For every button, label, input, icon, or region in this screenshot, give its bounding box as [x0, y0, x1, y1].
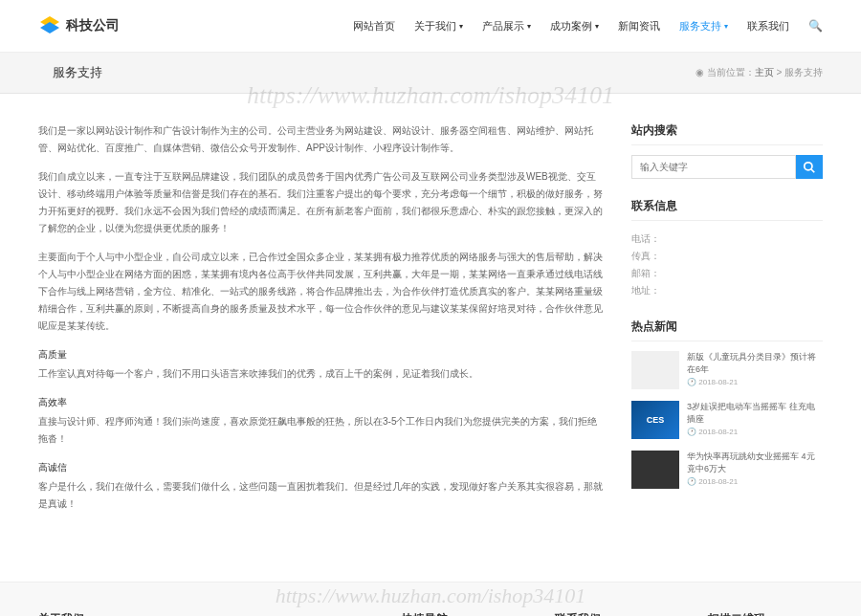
sidebar: 站内搜索 联系信息 电话： 传真： 邮箱： 地址： 热点新闻 新版《儿童玩具分类… [631, 122, 823, 524]
news-thumbnail [631, 351, 679, 389]
footer-title: 快捷导航 [402, 611, 517, 616]
contact-row: 地址： [631, 282, 823, 299]
news-title: 新版《儿童玩具分类目录》预计将在6年 [687, 351, 823, 375]
news-date: 🕐 2018-08-21 [687, 428, 823, 436]
news-date: 🕐 2018-08-21 [687, 477, 823, 486]
contact-row: 传真： [631, 248, 823, 265]
footer-about: 关于我们 某某科技局创立于2002年，总部在深圳市南山区，2010年在深交所上市… [38, 611, 364, 616]
news-item[interactable]: 新版《儿童玩具分类目录》预计将在6年🕐 2018-08-21 [631, 351, 823, 389]
sub-heading: 高质量 [38, 346, 603, 363]
news-item[interactable]: 华为快率再玩跳幼女业摇摇车 4元竟中6万大🕐 2018-08-21 [631, 451, 823, 489]
sidebar-search: 站内搜索 [631, 122, 823, 179]
sidebar-contact: 联系信息 电话： 传真： 邮箱： 地址： [631, 198, 823, 299]
paragraph: 主要面向于个人与中小型企业，自公司成立以来，已合作过全国众多企业，某某拥有极力推… [38, 249, 603, 335]
article-content: 我们是一家以网站设计制作和广告设计制作为主的公司。公司主营业务为网站建设、网站设… [38, 122, 603, 524]
nav-cases[interactable]: 成功案例▾ [550, 19, 599, 33]
sidebar-title: 站内搜索 [631, 122, 823, 145]
contact-row: 电话： [631, 231, 823, 248]
paragraph: 我们是一家以网站设计制作和广告设计制作为主的公司。公司主营业务为网站建设、网站设… [38, 122, 603, 157]
search-icon[interactable]: 🔍 [808, 19, 823, 33]
sidebar-title: 热点新闻 [631, 319, 823, 341]
logo-icon [38, 14, 61, 37]
news-thumbnail: CES [631, 401, 679, 439]
page-title: 服务支持 [38, 64, 102, 81]
breadcrumb: ◉ 当前位置：主页 > 服务支持 [695, 66, 823, 79]
paragraph: 工作室认真对待每一个客户，我们不用口头语言来吹捧我们的优秀，成百上千的案例，见证… [38, 365, 603, 383]
news-thumbnail [631, 451, 679, 489]
footer-contact: 联系我们 江苏省南京市玄武区玄武湖 4008-888-888 010-88888… [555, 611, 670, 616]
nav-about[interactable]: 关于我们▾ [414, 19, 463, 33]
svg-point-2 [805, 162, 812, 169]
news-item[interactable]: CES 3岁娃误把电动车当摇摇车 往充电插座🕐 2018-08-21 [631, 401, 823, 439]
chevron-down-icon: ▾ [724, 22, 728, 31]
footer-title: 扫描二维码 [708, 611, 823, 616]
location-icon: ◉ [695, 67, 707, 77]
footer-qr: 扫描二维码 [708, 611, 823, 616]
news-title: 华为快率再玩跳幼女业摇摇车 4元竟中6万大 [687, 451, 823, 474]
breadcrumb-home[interactable]: 主页 [755, 67, 774, 77]
nav-home[interactable]: 网站首页 [353, 19, 395, 33]
logo[interactable]: 科技公司 [38, 14, 120, 37]
search-input[interactable] [631, 155, 796, 179]
chevron-down-icon: ▾ [459, 22, 463, 31]
nav-products[interactable]: 产品展示▾ [482, 19, 531, 33]
search-button[interactable] [796, 155, 823, 179]
nav-news[interactable]: 新闻资讯 [618, 19, 660, 33]
footer-nav: 快捷导航 网站首页 关于我们 产品系列 成功案例 新闻资讯 服务支持 联系我们 [402, 611, 517, 616]
chevron-down-icon: ▾ [527, 22, 531, 31]
footer-title: 联系我们 [555, 611, 670, 616]
nav-contact[interactable]: 联系我们 [747, 19, 789, 33]
news-date: 🕐 2018-08-21 [687, 378, 823, 386]
header: 科技公司 网站首页 关于我们▾ 产品展示▾ 成功案例▾ 新闻资讯 服务支持▾ 联… [0, 0, 861, 53]
footer-title: 关于我们 [38, 611, 364, 616]
breadcrumb-bar: 服务支持 ◉ 当前位置：主页 > 服务支持 [0, 53, 861, 94]
main-nav: 网站首页 关于我们▾ 产品展示▾ 成功案例▾ 新闻资讯 服务支持▾ 联系我们 🔍 [353, 19, 823, 33]
logo-text: 科技公司 [66, 17, 120, 34]
contact-row: 邮箱： [631, 265, 823, 282]
footer: 关于我们 某某科技局创立于2002年，总部在深圳市南山区，2010年在深交所上市… [0, 582, 861, 616]
svg-line-3 [811, 168, 815, 172]
sub-heading: 高诚信 [38, 459, 603, 476]
paragraph: 我们自成立以来，一直专注于互联网品牌建设，我们团队的成员曾务于国内优秀广告公司及… [38, 168, 603, 237]
main-content: 我们是一家以网站设计制作和广告设计制作为主的公司。公司主营业务为网站建设、网站设… [0, 94, 861, 553]
sidebar-title: 联系信息 [631, 198, 823, 221]
paragraph: 客户是什么，我们在做什么，需要我们做什么，这些问题一直困扰着我们。但是经过几年的… [38, 478, 603, 513]
paragraph: 直接与设计师、程序师沟通！我们崇尚速度，喜欢原觉狂飙电事般的狂热，所以在3-5个… [38, 413, 603, 448]
sidebar-news: 热点新闻 新版《儿童玩具分类目录》预计将在6年🕐 2018-08-21 CES … [631, 319, 823, 489]
sub-heading: 高效率 [38, 394, 603, 411]
search-icon [803, 161, 816, 174]
nav-service[interactable]: 服务支持▾ [679, 19, 728, 33]
news-title: 3岁娃误把电动车当摇摇车 往充电插座 [687, 401, 823, 425]
chevron-down-icon: ▾ [595, 22, 599, 31]
